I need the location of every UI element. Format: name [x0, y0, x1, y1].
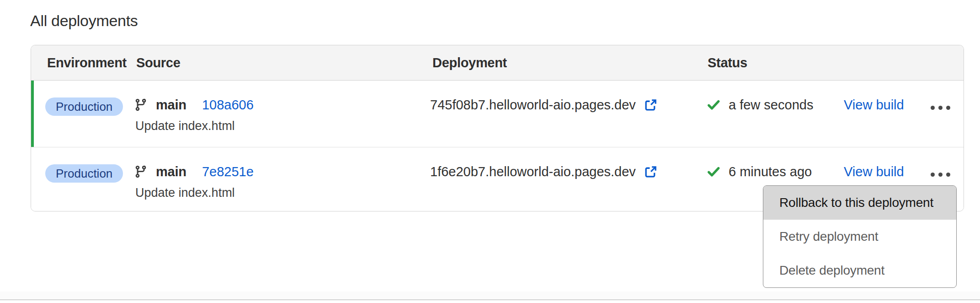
branch-name: main: [156, 97, 186, 113]
row-context-menu: Rollback to this deployment Retry deploy…: [763, 185, 957, 288]
section-divider: [0, 299, 980, 300]
column-header-source: Source: [136, 45, 181, 80]
table-header-row: Environment Source Deployment Status: [31, 45, 964, 81]
column-header-status: Status: [708, 45, 747, 80]
deployment-url: 745f08b7.helloworld-aio.pages.dev: [430, 97, 636, 113]
commit-hash-link[interactable]: 7e8251e: [202, 164, 254, 179]
status-time: a few seconds: [729, 97, 813, 113]
deployments-page: All deployments Environment Source Deplo…: [0, 0, 980, 303]
ellipsis-icon: [931, 106, 935, 110]
column-header-deployment: Deployment: [432, 45, 507, 80]
ellipsis-icon: [938, 173, 943, 177]
check-icon: [706, 97, 721, 112]
status-cell: 6 minutes ago: [706, 161, 812, 182]
ellipsis-icon: [946, 106, 950, 110]
view-build-link[interactable]: View build: [844, 94, 904, 115]
footer-band: [0, 292, 980, 299]
active-deployment-indicator: [31, 81, 34, 147]
environment-badge: Production: [45, 97, 123, 116]
menu-item-rollback[interactable]: Rollback to this deployment: [763, 186, 956, 220]
page-title: All deployments: [30, 12, 138, 30]
view-build-link[interactable]: View build: [844, 161, 904, 182]
commit-message: Update index.html: [135, 186, 235, 200]
menu-item-delete[interactable]: Delete deployment: [763, 254, 956, 287]
source-cell: main 108a606: [134, 94, 254, 115]
ellipsis-icon: [938, 106, 943, 110]
source-cell: main 7e8251e: [134, 161, 254, 182]
deployment-cell: 745f08b7.helloworld-aio.pages.dev: [430, 94, 658, 115]
external-link-icon[interactable]: [643, 164, 658, 179]
deployment-url: 1f6e20b7.helloworld-aio.pages.dev: [430, 164, 636, 179]
ellipsis-icon: [931, 173, 935, 177]
column-header-environment: Environment: [47, 45, 127, 80]
deployment-cell: 1f6e20b7.helloworld-aio.pages.dev: [430, 161, 658, 182]
git-branch-icon: [134, 98, 148, 112]
environment-badge: Production: [45, 164, 123, 183]
git-branch-icon: [134, 165, 148, 179]
table-row: Production main 108a606 Update index.htm…: [31, 81, 964, 147]
menu-item-retry[interactable]: Retry deployment: [763, 220, 956, 254]
commit-message: Update index.html: [135, 119, 235, 133]
status-time: 6 minutes ago: [729, 164, 812, 179]
commit-hash-link[interactable]: 108a606: [202, 97, 254, 113]
row-menu-button[interactable]: [931, 104, 950, 111]
row-menu-button[interactable]: [931, 171, 950, 178]
branch-name: main: [156, 164, 186, 179]
ellipsis-icon: [946, 173, 950, 177]
status-cell: a few seconds: [706, 94, 813, 115]
check-icon: [706, 164, 721, 179]
external-link-icon[interactable]: [643, 97, 658, 113]
